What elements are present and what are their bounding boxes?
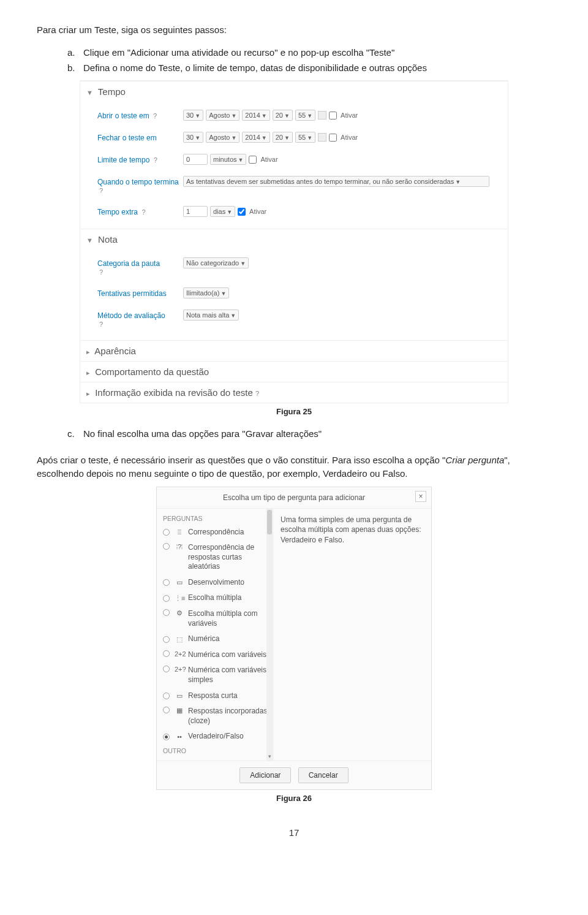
scrollbar-thumb[interactable] bbox=[267, 510, 272, 534]
select-dias[interactable]: dias▼ bbox=[210, 206, 235, 217]
question-icon: ▦ bbox=[175, 707, 184, 715]
question-type-item[interactable]: ⬚ Numérica bbox=[162, 631, 273, 647]
checkbox-ativar-fechar[interactable] bbox=[329, 134, 337, 142]
label-metodo: Método de avaliação ? bbox=[97, 309, 183, 328]
calendar-icon[interactable] bbox=[318, 133, 326, 142]
radio-icon[interactable] bbox=[163, 650, 170, 657]
adicionar-button[interactable]: Adicionar bbox=[239, 767, 291, 783]
help-icon[interactable]: ? bbox=[153, 112, 157, 120]
select-month[interactable]: Agosto▼ bbox=[206, 110, 239, 121]
select-metodo[interactable]: Nota mais alta▼ bbox=[183, 309, 239, 321]
question-icon: 2+? bbox=[175, 666, 184, 673]
figure-26-caption: Figura 26 bbox=[37, 794, 551, 803]
select-month[interactable]: Agosto▼ bbox=[206, 132, 239, 143]
checkbox-ativar-limite[interactable] bbox=[249, 156, 257, 164]
ativar-label: Ativar bbox=[260, 156, 277, 163]
select-year[interactable]: 2014▼ bbox=[242, 132, 270, 143]
input-limite[interactable]: 0 bbox=[183, 154, 208, 165]
checkbox-ativar-extra[interactable] bbox=[238, 208, 246, 216]
label-categoria-pauta: Categoria da pauta ? bbox=[97, 257, 183, 276]
radio-icon[interactable] bbox=[163, 609, 170, 616]
section-nota-label: Nota bbox=[98, 234, 118, 245]
question-label: Numérica com variáveis simples bbox=[188, 666, 273, 685]
section-nota[interactable]: ▼ Nota bbox=[80, 229, 508, 249]
select-day[interactable]: 30▼ bbox=[183, 132, 203, 143]
scroll-down-icon[interactable]: ▾ bbox=[266, 753, 273, 761]
radio-icon[interactable] bbox=[163, 595, 170, 602]
calendar-icon[interactable] bbox=[318, 111, 326, 120]
question-icon: ▭ bbox=[175, 579, 184, 587]
question-label: Escolha múltipla bbox=[188, 593, 273, 603]
section-tempo[interactable]: ▼ Tempo bbox=[80, 81, 508, 102]
question-icon: ⦙?⦙ bbox=[175, 543, 184, 551]
question-icon: 2+2 bbox=[175, 650, 184, 658]
select-day[interactable]: 30▼ bbox=[183, 110, 203, 121]
chevron-down-icon: ▼ bbox=[86, 89, 93, 96]
question-icon: •• bbox=[175, 733, 184, 740]
help-icon[interactable]: ? bbox=[99, 268, 103, 276]
help-icon[interactable]: ? bbox=[99, 187, 103, 194]
page-number: 17 bbox=[37, 827, 551, 838]
select-minutos[interactable]: minutos▼ bbox=[210, 154, 246, 165]
intro-text: Para criar um Teste, siga os seguintes p… bbox=[37, 25, 551, 35]
step-c-text: No final escolha uma das opções para "Gr… bbox=[83, 427, 551, 440]
select-hour[interactable]: 20▼ bbox=[273, 132, 293, 143]
screenshot-modal-tipo-pergunta: Escolha um tipo de pergunta para adicion… bbox=[156, 487, 432, 791]
scrollbar-track[interactable]: ▾ bbox=[266, 509, 273, 761]
section-comportamento-label: Comportamento da questão bbox=[95, 366, 209, 377]
question-label: Escolha múltipla com variáveis bbox=[188, 609, 273, 628]
modal-title: Escolha um tipo de pergunta para adicion… bbox=[223, 493, 365, 502]
radio-icon-checked[interactable] bbox=[163, 734, 170, 740]
question-type-item[interactable]: ⚙ Escolha múltipla com variáveis bbox=[162, 606, 273, 631]
help-icon[interactable]: ? bbox=[154, 156, 157, 164]
radio-icon[interactable] bbox=[163, 636, 170, 643]
section-aparencia[interactable]: ▸ Aparência bbox=[80, 340, 508, 361]
screenshot-tempo-nota: ▼ Tempo Abrir o teste em ? 30▼ Agosto▼ 2… bbox=[80, 80, 508, 403]
select-minute[interactable]: 55▼ bbox=[295, 110, 315, 121]
checkbox-ativar-abrir[interactable] bbox=[329, 112, 337, 120]
select-categoria[interactable]: Não categorizado▼ bbox=[183, 257, 249, 268]
section-aparencia-label: Aparência bbox=[94, 346, 136, 356]
question-type-item[interactable]: ⋮≡ Escolha múltipla bbox=[162, 590, 273, 606]
radio-icon[interactable] bbox=[163, 543, 170, 550]
question-type-item[interactable]: ▦ Respostas incorporadas (cloze) bbox=[162, 704, 273, 729]
question-type-item[interactable]: ▭ Resposta curta bbox=[162, 688, 273, 704]
question-type-item[interactable]: ⦙⦙⦙ Correspondência bbox=[162, 525, 273, 541]
close-button[interactable]: × bbox=[415, 491, 426, 502]
category-perguntas: PERGUNTAS bbox=[162, 512, 273, 525]
radio-icon[interactable] bbox=[163, 666, 170, 672]
select-hour[interactable]: 20▼ bbox=[273, 110, 293, 121]
cancelar-button[interactable]: Cancelar bbox=[298, 767, 349, 783]
question-type-item[interactable]: 2+2 Numérica com variáveis bbox=[162, 647, 273, 663]
label-limite-tempo: Limite de tempo ? bbox=[97, 154, 183, 164]
select-quando-termina[interactable]: As tentativas devem ser submetidas antes… bbox=[183, 176, 489, 187]
select-tentativas[interactable]: Ilimitado(a)▼ bbox=[183, 287, 229, 298]
figure-25-caption: Figura 25 bbox=[37, 407, 551, 416]
step-a-letter: a. bbox=[67, 46, 83, 59]
paragraph-criar-pergunta: Após criar o teste, é necessário inserir… bbox=[37, 454, 551, 480]
question-label: Verdadeiro/Falso bbox=[188, 732, 273, 742]
select-year[interactable]: 2014▼ bbox=[242, 110, 270, 121]
input-tempo-extra[interactable]: 1 bbox=[183, 206, 208, 217]
section-comportamento[interactable]: ▸ Comportamento da questão bbox=[80, 361, 508, 382]
section-informacao[interactable]: ▸ Informação exibida na revisão do teste… bbox=[80, 382, 508, 403]
step-b-letter: b. bbox=[67, 61, 83, 74]
radio-icon[interactable] bbox=[163, 579, 170, 586]
ativar-label: Ativar bbox=[341, 134, 358, 141]
radio-icon[interactable] bbox=[163, 693, 170, 699]
radio-icon[interactable] bbox=[163, 529, 170, 536]
question-label: Numérica bbox=[188, 634, 273, 644]
label-tentativas: Tentativas permitidas bbox=[97, 287, 183, 298]
question-type-item[interactable]: ▭ Desenvolvimento bbox=[162, 575, 273, 591]
question-type-item-selected[interactable]: •• Verdadeiro/Falso bbox=[162, 729, 273, 745]
chevron-right-icon: ▸ bbox=[86, 390, 90, 397]
help-icon[interactable]: ? bbox=[99, 321, 103, 328]
select-minute[interactable]: 55▼ bbox=[295, 132, 315, 143]
question-type-item[interactable]: ⦙?⦙ Correspondência de respostas curtas … bbox=[162, 540, 273, 575]
question-type-item[interactable]: 2+? Numérica com variáveis simples bbox=[162, 663, 273, 688]
help-icon[interactable]: ? bbox=[255, 390, 259, 397]
question-icon: ▭ bbox=[175, 692, 184, 700]
help-icon[interactable]: ? bbox=[141, 208, 145, 216]
ativar-label: Ativar bbox=[249, 208, 266, 215]
radio-icon[interactable] bbox=[163, 707, 170, 713]
